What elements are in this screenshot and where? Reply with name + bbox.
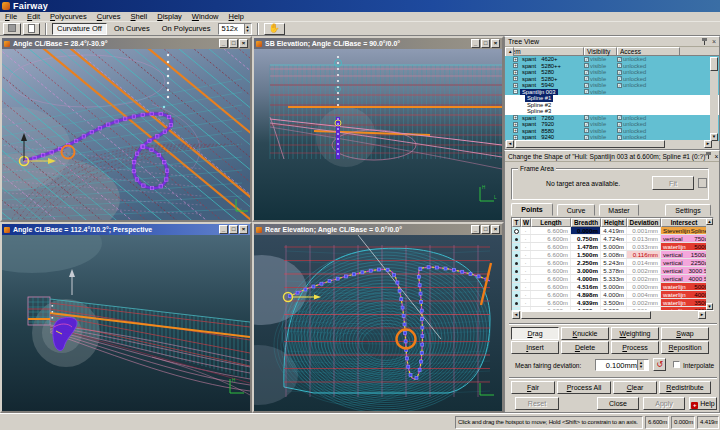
table-col-length[interactable]: Length: [531, 218, 571, 227]
point-type-cell[interactable]: [512, 267, 521, 274]
intersect-cell[interactable]: vertical4000 S: [661, 275, 711, 282]
height-cell[interactable]: 5.000m: [601, 243, 627, 250]
table-col-t[interactable]: T: [512, 218, 521, 227]
process-all-button[interactable]: Process All: [557, 381, 611, 394]
visibility-checkbox[interactable]: ✓: [584, 57, 589, 62]
visibility-checkbox[interactable]: ✓: [584, 70, 589, 75]
delete-button[interactable]: Delete: [561, 341, 609, 354]
weight-cell[interactable]: ·: [521, 251, 531, 258]
expand-icon[interactable]: +: [513, 70, 518, 75]
table-row[interactable]: ·6.600m2.250m5.243m0.014mmvertical2250a: [512, 259, 713, 267]
tab-master[interactable]: Master: [599, 204, 639, 216]
intersect-cell[interactable]: vertical1500a: [661, 251, 711, 258]
interpolate-checkbox[interactable]: [673, 361, 680, 368]
height-cell[interactable]: 5.378m: [601, 267, 627, 274]
intersect-cell[interactable]: vertical3000 S: [661, 267, 711, 274]
breadth-cell[interactable]: 1.500m: [571, 251, 601, 258]
dialog-titlebar[interactable]: Change the Shape of "Hull: Spantlijn 003…: [505, 151, 719, 162]
height-cell[interactable]: 4.724m: [601, 235, 627, 242]
tree-col-item[interactable]: Item: [505, 47, 584, 55]
point-type-cell[interactable]: [512, 251, 521, 258]
deviation-cell[interactable]: 0.116mm: [627, 251, 661, 258]
intersect-cell[interactable]: vertical2250a: [661, 259, 711, 266]
menu-polycurves[interactable]: Polycurves: [45, 12, 92, 22]
close-button[interactable]: Close: [597, 397, 639, 410]
visibility-checkbox[interactable]: ✓: [584, 128, 589, 133]
fit-button[interactable]: Fit: [652, 176, 694, 190]
tree-col-access[interactable]: Access: [617, 47, 680, 55]
table-col-deviation[interactable]: Deviation: [627, 218, 661, 227]
breadth-cell[interactable]: 4.898m: [571, 291, 601, 298]
reset-button[interactable]: Reset: [515, 397, 559, 410]
menu-shell[interactable]: Shell: [126, 12, 153, 22]
expand-icon[interactable]: +: [513, 128, 518, 133]
access-checkbox[interactable]: ✓: [617, 135, 622, 140]
breadth-cell[interactable]: 2.250m: [571, 259, 601, 266]
breadth-cell[interactable]: 4.000m: [571, 275, 601, 282]
close-button[interactable]: ×: [239, 225, 248, 234]
scroll-left-icon[interactable]: ◄: [506, 140, 514, 148]
deviation-cell[interactable]: 0.014mm: [627, 259, 661, 266]
table-horizontal-scrollbar[interactable]: ◄ ►: [512, 311, 706, 319]
weight-cell[interactable]: ·: [521, 283, 531, 290]
menu-display[interactable]: Display: [152, 12, 187, 22]
window-titlebar[interactable]: Fairway: [0, 0, 720, 12]
viewport-4-titlebar[interactable]: Rear Elevation; Angle CL/Base = 0.0°/0.0…: [254, 224, 502, 235]
visibility-checkbox[interactable]: ✓: [584, 89, 589, 94]
deviation-cell[interactable]: 0.001mm: [627, 227, 661, 234]
height-cell[interactable]: 3.500m: [601, 299, 627, 306]
viewport-2-titlebar[interactable]: SB Elevation; Angle CL/Base = 90.0°/0.0°…: [254, 38, 502, 49]
save-button[interactable]: [3, 23, 21, 35]
insert-button[interactable]: Insert: [511, 341, 559, 354]
on-curves-button[interactable]: On Curves: [109, 23, 155, 35]
length-cell[interactable]: 6.600m: [531, 267, 571, 274]
fair-button[interactable]: Fair: [511, 381, 555, 394]
maximize-button[interactable]: □: [481, 39, 490, 48]
on-polycurves-button[interactable]: On Polycurves: [157, 23, 216, 35]
table-col-intersect[interactable]: Intersect: [661, 218, 707, 227]
menu-help[interactable]: Help: [224, 12, 249, 22]
tree-horizontal-scrollbar[interactable]: ◄ ►: [506, 140, 712, 148]
knuckle-button[interactable]: Knuckle: [561, 327, 609, 340]
deviation-cell[interactable]: 0.002mm: [627, 299, 661, 306]
weight-cell[interactable]: ·: [521, 243, 531, 250]
deviation-cell[interactable]: 0.000mm: [627, 283, 661, 290]
visibility-checkbox[interactable]: ✓: [584, 76, 589, 81]
minimize-button[interactable]: _: [471, 225, 480, 234]
tab-points[interactable]: Points: [511, 203, 553, 216]
maximize-button[interactable]: □: [229, 225, 238, 234]
point-type-cell[interactable]: [512, 291, 521, 298]
weight-cell[interactable]: ·: [521, 235, 531, 242]
help-button[interactable]: +Help: [689, 397, 717, 410]
tree-visibility-cell[interactable]: ✓visible: [584, 89, 617, 96]
visibility-checkbox[interactable]: ✓: [584, 135, 589, 140]
table-col-height[interactable]: Height: [601, 218, 627, 227]
length-cell[interactable]: 6.600m: [531, 283, 571, 290]
tree-col-visibility[interactable]: Visibility: [584, 47, 617, 55]
intersect-cell[interactable]: waterlijn5000: [661, 243, 711, 250]
tab-curve[interactable]: Curve: [557, 204, 595, 216]
table-row[interactable]: ·6.600m1.478m5.000m0.033mmwaterlijn5000: [512, 243, 713, 251]
table-row[interactable]: ·6.600m4.000m5.333m0.002mmvertical4000 S: [512, 275, 713, 283]
curvature-scale-spinner[interactable]: 512x ▲▼: [218, 23, 252, 35]
viewport-2-canvas[interactable]: HL: [254, 49, 502, 220]
access-checkbox[interactable]: ✓: [617, 70, 622, 75]
length-cell[interactable]: 6.600m: [531, 259, 571, 266]
minimize-button[interactable]: _: [219, 39, 228, 48]
apply-button[interactable]: Apply: [643, 397, 685, 410]
point-type-cell[interactable]: [512, 299, 521, 306]
height-cell[interactable]: 4.000m: [601, 291, 627, 298]
access-checkbox[interactable]: ✓: [617, 122, 622, 127]
point-type-cell[interactable]: [512, 275, 521, 282]
deviation-cell[interactable]: 0.033mm: [627, 243, 661, 250]
access-checkbox[interactable]: ✓: [617, 63, 622, 68]
reposition-button[interactable]: Reposition: [661, 341, 709, 354]
weight-cell[interactable]: ·: [521, 267, 531, 274]
weighting-button[interactable]: Weighting: [611, 327, 659, 340]
expand-icon[interactable]: +: [513, 122, 518, 127]
viewport-1-titlebar[interactable]: Angle CL/Base = 28.4°/-30.9° _□×: [2, 38, 250, 49]
height-cell[interactable]: 5.243m: [601, 259, 627, 266]
spinner-arrows-icon[interactable]: ▲▼: [244, 24, 251, 34]
intersect-cell[interactable]: vertical750a: [661, 235, 711, 242]
height-cell[interactable]: 5.333m: [601, 275, 627, 282]
